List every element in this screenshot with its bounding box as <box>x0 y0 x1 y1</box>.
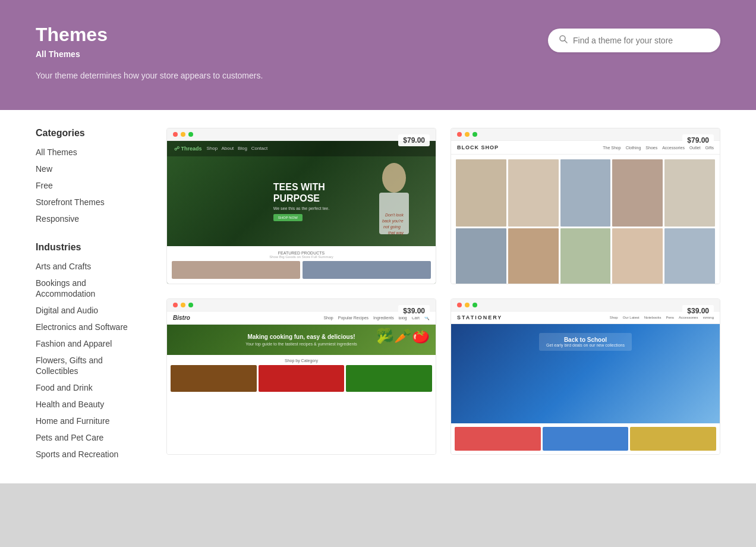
sidebar-item-new[interactable]: New <box>36 164 52 174</box>
sidebar-item-food-drink[interactable]: Food and Drink <box>36 383 93 392</box>
sidebar-item-fashion[interactable]: Fashion and Apparel <box>36 339 112 348</box>
industries-list: Arts and Crafts Bookings and Accommodati… <box>36 261 143 460</box>
preview-hero: 🥦🥕🍅 Making cooking fun, easy & delicious… <box>167 325 436 355</box>
window-dot-yellow <box>465 132 470 137</box>
preview-grid <box>451 155 720 284</box>
search-input[interactable] <box>573 36 710 45</box>
main-content: Categories All Themes New Free Storefron… <box>0 110 756 483</box>
window-dot-red <box>173 132 178 137</box>
sidebar-item-electronics[interactable]: Electronics and Software <box>36 322 128 332</box>
sidebar-item-storefront-themes[interactable]: Storefront Themes <box>36 197 105 207</box>
window-dot-red <box>173 303 178 307</box>
sidebar-item-digital-audio[interactable]: Digital and Audio <box>36 306 98 315</box>
list-item: Digital and Audio <box>36 305 143 316</box>
price-badge: $79.00 <box>682 134 714 146</box>
window-dot-yellow <box>181 132 185 137</box>
window-bar <box>451 299 720 312</box>
sidebar-item-home-furniture[interactable]: Home and Furniture <box>36 416 110 426</box>
preview-hero: TEES WITHPURPOSE We see this as the perf… <box>167 156 436 246</box>
price-badge: $39.00 <box>682 305 714 317</box>
sidebar-item-health-beauty[interactable]: Health and Beauty <box>36 400 104 409</box>
svg-point-2 <box>382 163 406 193</box>
theme-preview-threads: ☍ Threads Shop About Blog Contact TEES W… <box>167 141 436 284</box>
search-bar[interactable] <box>548 29 720 52</box>
header-description: Your theme determines how your store app… <box>36 71 720 80</box>
categories-title: Categories <box>36 128 143 139</box>
svg-text:Don't look: Don't look <box>385 213 404 217</box>
list-item: Bookings and Accommodation <box>36 278 143 299</box>
svg-text:back you're: back you're <box>382 219 404 224</box>
search-icon <box>559 34 568 46</box>
list-item: Pets and Pet Care <box>36 432 143 443</box>
preview-hero: Back to School Get early bird deals on o… <box>451 324 720 423</box>
sidebar-item-bookings[interactable]: Bookings and Accommodation <box>36 278 95 298</box>
theme-preview-blockshop: BLOCK SHOP The Shop Clothing Shoes Acces… <box>451 141 720 284</box>
list-item: Sports and Recreation <box>36 449 143 460</box>
theme-card-stationery[interactable]: STATIONERY Shop Our Latest Notebooks Pen… <box>451 298 720 455</box>
theme-preview-bistro: Bistro Shop Popular Recipes Ingredients … <box>167 312 436 454</box>
themes-grid: ☍ Threads Shop About Blog Contact TEES W… <box>166 128 720 466</box>
preview-nav: STATIONERY Shop Our Latest Notebooks Pen… <box>451 312 720 324</box>
svg-text:that way: that way <box>388 231 404 235</box>
sidebar-item-free[interactable]: Free <box>36 181 53 190</box>
preview-footer: FEATURED PRODUCTS Show Big Goods on Stor… <box>167 246 436 284</box>
window-dot-yellow <box>465 303 470 307</box>
sidebar-item-all-themes[interactable]: All Themes <box>36 147 77 157</box>
sidebar-item-sports[interactable]: Sports and Recreation <box>36 449 118 459</box>
window-bar <box>167 299 436 312</box>
window-dot-green <box>188 132 193 137</box>
sidebar-item-pets[interactable]: Pets and Pet Care <box>36 433 103 442</box>
categories-list: All Themes New Free Storefront Themes Re… <box>36 147 143 224</box>
header-banner: Themes All Themes Your theme determines … <box>0 0 756 110</box>
list-item: Food and Drink <box>36 382 143 393</box>
list-item: Arts and Crafts <box>36 261 143 272</box>
list-item: Electronics and Software <box>36 322 143 332</box>
list-item: Responsive <box>36 213 143 224</box>
list-item: Storefront Themes <box>36 197 143 208</box>
sidebar: Categories All Themes New Free Storefron… <box>36 128 143 466</box>
window-dot-red <box>457 303 462 307</box>
window-dot-green <box>472 132 477 137</box>
sidebar-item-flowers[interactable]: Flowers, Gifts and Collectibles <box>36 356 103 376</box>
window-dot-green <box>188 303 193 307</box>
window-dot-green <box>472 303 477 307</box>
theme-card-blockshop[interactable]: BLOCK SHOP The Shop Clothing Shoes Acces… <box>451 128 720 284</box>
list-item: Fashion and Apparel <box>36 338 143 349</box>
list-item: All Themes <box>36 147 143 158</box>
theme-preview-stationery: STATIONERY Shop Our Latest Notebooks Pen… <box>451 312 720 454</box>
window-dot-red <box>457 132 462 137</box>
theme-card-threads[interactable]: ☍ Threads Shop About Blog Contact TEES W… <box>166 128 436 284</box>
svg-text:not going: not going <box>383 225 401 230</box>
preview-products <box>451 423 720 454</box>
list-item: Health and Beauty <box>36 399 143 410</box>
window-dot-yellow <box>181 303 185 307</box>
preview-nav: ☍ Threads Shop About Blog Contact <box>167 141 436 156</box>
industries-title: Industries <box>36 242 143 253</box>
sidebar-item-arts-crafts[interactable]: Arts and Crafts <box>36 262 91 271</box>
list-item: Flowers, Gifts and Collectibles <box>36 355 143 376</box>
price-badge: $39.00 <box>398 305 430 317</box>
theme-card-bistro[interactable]: Bistro Shop Popular Recipes Ingredients … <box>166 298 436 455</box>
window-bar <box>451 128 720 141</box>
price-badge: $79.00 <box>398 134 430 146</box>
svg-line-1 <box>565 40 567 43</box>
preview-nav: Bistro Shop Popular Recipes Ingredients … <box>167 312 436 325</box>
window-bar <box>167 128 436 141</box>
preview-nav: BLOCK SHOP The Shop Clothing Shoes Acces… <box>451 141 720 155</box>
list-item: Free <box>36 180 143 191</box>
sidebar-item-responsive[interactable]: Responsive <box>36 214 79 224</box>
list-item: Home and Furniture <box>36 416 143 426</box>
page-wrapper: Themes All Themes Your theme determines … <box>0 0 756 547</box>
list-item: New <box>36 164 143 174</box>
preview-footer: Shop by Category <box>167 355 436 395</box>
